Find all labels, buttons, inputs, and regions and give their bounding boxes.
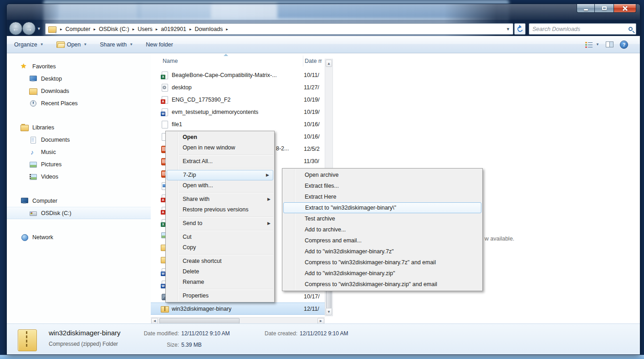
sidebar-item[interactable]: Favorites xyxy=(7,60,151,72)
submenu-item[interactable]: Add to archive... xyxy=(282,224,482,235)
refresh-button[interactable] xyxy=(514,23,526,35)
file-row[interactable]: win32diskimager-binary 12/11/ xyxy=(151,303,325,315)
context-menu-item[interactable]: ▶ xyxy=(179,230,273,231)
sidebar-item[interactable]: Recent Places xyxy=(7,97,151,109)
column-divider[interactable] xyxy=(303,56,303,67)
toolbar-right-group: ▼ ? xyxy=(585,41,633,49)
recent-pages-dropdown-icon[interactable]: ▼ xyxy=(37,26,41,31)
back-button[interactable]: ← xyxy=(9,22,22,35)
share-with-button[interactable]: Share with▼ xyxy=(100,41,133,48)
context-menu-item[interactable]: ▶ xyxy=(179,216,273,217)
views-icon xyxy=(585,41,593,47)
column-header-name[interactable]: Name xyxy=(163,58,178,64)
context-menu-item[interactable]: ▶ xyxy=(179,192,273,193)
sidebar-item[interactable]: Pictures xyxy=(7,158,151,170)
context-menu-item[interactable]: ▶ xyxy=(179,254,273,255)
maximize-button[interactable] xyxy=(595,4,613,13)
address-dropdown-icon[interactable]: ▼ xyxy=(502,27,510,31)
context-menu-item[interactable]: Properties ▶ xyxy=(166,291,274,301)
breadcrumb-arrow-icon[interactable]: ▸ xyxy=(226,27,228,31)
forward-button[interactable]: → xyxy=(22,22,36,35)
sidebar-item[interactable]: Computer xyxy=(7,195,151,207)
selected-file-name: win32diskimager-binary xyxy=(49,329,121,337)
breadcrumb-arrow-icon[interactable]: ▸ xyxy=(189,27,192,31)
file-row[interactable]: BeagleBone-Cape-Compatibility-Matrix-...… xyxy=(151,69,325,81)
breadcrumb-segment[interactable]: ▸ Downloads xyxy=(186,26,223,32)
sidebar-item[interactable]: Desktop xyxy=(7,72,151,85)
search-input[interactable] xyxy=(532,26,626,32)
breadcrumb-arrow-icon[interactable]: ▸ xyxy=(133,27,135,31)
change-view-button[interactable]: ▼ xyxy=(585,41,599,47)
context-menu-item[interactable]: ▶ xyxy=(179,168,273,169)
preview-pane-button[interactable] xyxy=(606,41,613,47)
seven-zip-submenu: Open archive Extract files... Extract He… xyxy=(282,168,483,291)
scroll-up-button[interactable]: ▲ xyxy=(326,60,332,67)
search-icon[interactable] xyxy=(629,27,633,31)
breadcrumb-arrow-icon[interactable]: ▸ xyxy=(156,27,158,31)
sidebar-item[interactable]: Downloads xyxy=(7,85,151,97)
context-menu-item[interactable]: Delete ▶ xyxy=(166,267,274,277)
context-menu-item[interactable]: Extract All... ▶ xyxy=(166,156,274,167)
submenu-item[interactable]: Compress to "win32diskimager-binary.7z" … xyxy=(282,257,482,268)
context-menu-item[interactable]: Open in new window ▶ xyxy=(166,143,274,153)
title-bar[interactable]: ← → ▼ ▸ Computer ▸ OSDisk (C:) xyxy=(7,4,640,36)
breadcrumb-arrow-icon[interactable]: ▸ xyxy=(60,27,62,31)
context-menu-item[interactable]: Share with ▶ xyxy=(166,194,274,205)
sidebar-item[interactable]: Libraries xyxy=(7,121,151,133)
clipped-file-name: 8-2... xyxy=(276,143,289,155)
sidebar-item[interactable]: OSDisk (C:) xyxy=(7,207,151,219)
submenu-item[interactable]: Compress and email... xyxy=(282,235,482,246)
breadcrumb: ▸ Computer ▸ OSDisk (C:) ▸ Users xyxy=(57,26,223,32)
help-button[interactable]: ? xyxy=(620,41,628,49)
size-row: Size:5.39 MB xyxy=(141,342,202,348)
preview-text: w available. xyxy=(485,236,514,242)
submenu-item[interactable]: Open archive xyxy=(282,169,482,180)
breadcrumb-arrow-icon[interactable]: ▸ xyxy=(93,27,96,31)
dropdown-caret-icon: ▼ xyxy=(40,42,44,46)
open-button[interactable]: Open▼ xyxy=(56,41,87,48)
breadcrumb-segment[interactable]: ▸ a0192901 xyxy=(153,26,186,32)
context-menu-item[interactable]: ▶ xyxy=(179,154,273,155)
close-button[interactable] xyxy=(613,4,636,13)
context-menu-item[interactable]: Send to ▶ xyxy=(166,218,274,229)
file-row[interactable]: desktop 11/27/ xyxy=(151,81,325,93)
context-menu-item[interactable]: Cut ▶ xyxy=(166,232,274,242)
context-menu-item[interactable]: Open ▶ xyxy=(166,132,274,143)
context-menu-item[interactable]: Create shortcut ▶ xyxy=(166,256,274,267)
file-row[interactable]: ENG_CD_1775390_F2 10/19/ xyxy=(151,93,325,106)
submenu-item[interactable]: Add to "win32diskimager-binary.7z" xyxy=(282,246,482,257)
organize-button[interactable]: Organize▼ xyxy=(14,41,44,48)
submenu-item[interactable]: Compress to "win32diskimager-binary.zip"… xyxy=(282,279,482,290)
sidebar-item[interactable]: Network xyxy=(7,231,151,243)
minimize-button[interactable] xyxy=(577,4,595,13)
sidebar-item[interactable]: Videos xyxy=(7,170,151,183)
submenu-item[interactable]: Extract Here xyxy=(282,191,482,202)
submenu-item[interactable]: Extract to "win32diskimager-binary\" xyxy=(283,202,481,213)
context-menu-item[interactable]: Restore previous versions ▶ xyxy=(166,205,274,215)
address-bar[interactable]: ▸ Computer ▸ OSDisk (C:) ▸ Users xyxy=(45,23,513,35)
sidebar-item[interactable]: Music xyxy=(7,146,151,158)
breadcrumb-segment[interactable]: ▸ Users xyxy=(129,26,153,32)
sidebar-item[interactable]: Documents xyxy=(7,133,151,146)
context-menu-item[interactable]: Rename ▶ xyxy=(166,277,274,287)
desktop-bottom-strip xyxy=(0,355,644,359)
date-created-row: Date created:12/11/2012 9:10 AM xyxy=(265,330,348,337)
submenu-item[interactable]: Add to "win32diskimager-binary.zip" xyxy=(282,268,482,279)
file-row[interactable]: evm_testsetup_idmemorycontents 10/19/ xyxy=(151,106,325,118)
navigation-pane: Favorites Desktop Downloads Rece xyxy=(7,53,151,323)
context-menu-item[interactable]: Copy ▶ xyxy=(166,242,274,253)
submenu-item[interactable]: Extract files... xyxy=(282,180,482,191)
file-row[interactable]: file1 10/16/ xyxy=(151,118,325,130)
breadcrumb-segment[interactable]: ▸ Computer xyxy=(57,26,90,32)
column-header-date[interactable]: Date modified xyxy=(305,58,322,64)
sidebar-item-icon xyxy=(29,173,37,180)
context-menu-item[interactable]: 7-Zip ▶ xyxy=(167,170,273,180)
sidebar-item-icon xyxy=(20,234,29,241)
context-menu-item[interactable]: Open with... ▶ xyxy=(166,180,274,191)
scroll-down-button[interactable]: ▼ xyxy=(326,308,332,315)
breadcrumb-segment[interactable]: ▸ OSDisk (C:) xyxy=(90,26,129,32)
context-menu-item[interactable]: ▶ xyxy=(179,289,273,289)
new-folder-button[interactable]: New folder xyxy=(146,41,173,48)
sort-ascending-icon xyxy=(224,54,228,56)
submenu-item[interactable]: Test archive xyxy=(282,213,482,224)
